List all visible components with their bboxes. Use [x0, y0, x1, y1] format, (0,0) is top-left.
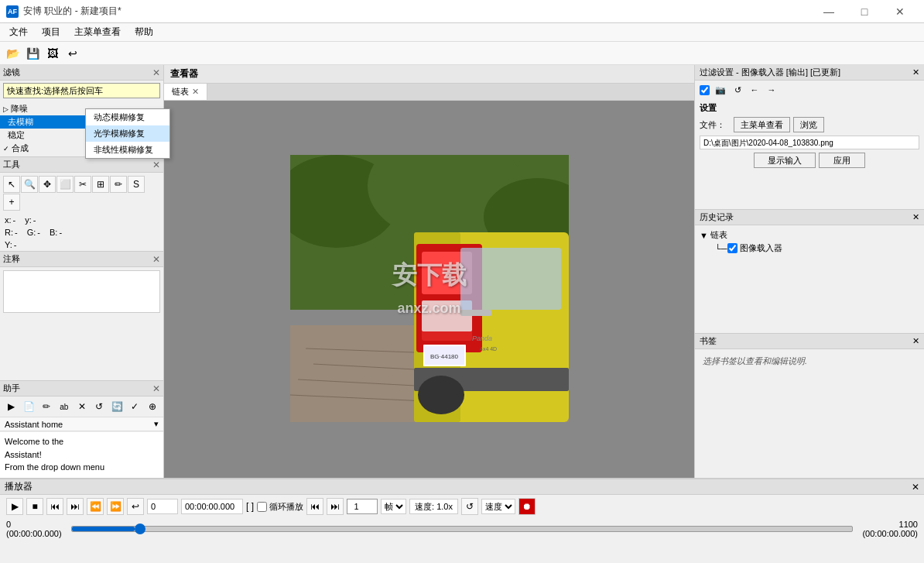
frame-number-input[interactable]: [147, 499, 178, 514]
browse-btn[interactable]: 浏览: [793, 117, 824, 132]
frame-fwd-btn[interactable]: ⏭: [327, 498, 344, 515]
tool-plus[interactable]: +: [3, 194, 20, 211]
notes-close[interactable]: ✕: [152, 254, 160, 265]
filter-settings-panel: 过滤设置 - 图像载入器 [输出] [已更新] ✕ 📷 ↺ ← → 设置 文件：…: [695, 65, 924, 210]
bookmarks-title: 书签: [700, 335, 717, 347]
window-controls: — □ ✕: [811, 0, 918, 23]
history-sub-loader[interactable]: └─ 图像载入器: [700, 242, 919, 255]
record-btn[interactable]: ⏺: [518, 498, 536, 515]
tool-text[interactable]: S: [128, 176, 145, 193]
frame-unit-select[interactable]: 帧: [381, 499, 406, 514]
bookmarks-close[interactable]: ✕: [912, 336, 919, 346]
tool-grid[interactable]: ⊞: [92, 176, 109, 193]
ast-refresh[interactable]: 🔄: [109, 398, 125, 415]
arrow-icon-2: [3, 118, 5, 126]
timeline-thumb[interactable]: [135, 524, 145, 534]
ast-undo[interactable]: ↺: [91, 398, 108, 415]
timecode-input[interactable]: [181, 499, 243, 514]
maximize-button[interactable]: □: [847, 0, 882, 23]
svg-rect-21: [460, 310, 491, 316]
camera-icon-btn[interactable]: 📷: [714, 84, 727, 96]
tool-select[interactable]: ⬜: [56, 176, 74, 193]
timeline-track[interactable]: [71, 526, 853, 532]
display-input-btn[interactable]: 显示输入: [754, 153, 816, 168]
notes-textarea[interactable]: [3, 270, 160, 313]
ast-play[interactable]: ▶: [3, 398, 19, 415]
playback-bar: 播放器 ✕ ▶ ■ ⏮ ⏭ ⏪ ⏩ ↩ [ ] 循环播放 ⏮ ⏭ 帧 速度: 1…: [0, 478, 924, 563]
checkbox-enable[interactable]: [700, 85, 710, 95]
history-loader-checkbox[interactable]: [727, 243, 737, 253]
apply-btn[interactable]: 应用: [819, 153, 865, 168]
enable-checkbox[interactable]: [700, 85, 710, 95]
toolbar-open[interactable]: 📂: [3, 44, 22, 63]
undo-icon-btn[interactable]: ↺: [731, 84, 744, 96]
assistant-section: 助手 ✕ ▶ 📄 ✏ ab ✕ ↺ 🔄 ✓ ⊕ Assistant home ▾…: [0, 381, 163, 478]
loop-back-button[interactable]: ↩: [127, 498, 144, 515]
arrow-icon: ▷: [3, 105, 9, 113]
next-end-button[interactable]: ⏭: [67, 498, 84, 515]
title-left: AF 安博 职业的 - 新建项目*: [6, 5, 121, 18]
submenu-nonlinear-blur[interactable]: 非线性模糊修复: [86, 142, 169, 158]
file-row: 文件： 主菜单查看 浏览: [700, 117, 919, 132]
ast-add[interactable]: ⊕: [144, 398, 160, 415]
assistant-close[interactable]: ✕: [152, 383, 160, 394]
play-button[interactable]: ▶: [6, 498, 23, 515]
viewer-tab-chain[interactable]: 链表 ✕: [164, 84, 207, 100]
tool-crop[interactable]: ✂: [74, 176, 91, 193]
ast-confirm[interactable]: ✓: [126, 398, 142, 415]
svg-text:Panda: Panda: [472, 335, 492, 342]
minimize-button[interactable]: —: [811, 0, 847, 23]
filter-search-container: [0, 81, 163, 101]
history-title: 历史记录: [700, 211, 734, 223]
ast-delete[interactable]: ✕: [74, 398, 90, 415]
app-title: 安博 职业的 - 新建项目*: [23, 5, 121, 18]
submenu-dynamic-blur[interactable]: 动态模糊修复: [86, 109, 169, 125]
playback-close[interactable]: ✕: [912, 482, 919, 493]
menu-file[interactable]: 文件: [3, 24, 34, 40]
tab-close-icon[interactable]: ✕: [192, 87, 199, 97]
filter-stabilize-label: 稳定: [8, 129, 25, 141]
speed-select[interactable]: 速度: [481, 499, 515, 514]
fwd-icon-btn[interactable]: →: [765, 84, 778, 96]
prev-frame-button[interactable]: ⏪: [87, 498, 104, 515]
tool-pencil[interactable]: ✏: [110, 176, 127, 193]
menu-view[interactable]: 主菜单查看: [68, 24, 127, 40]
playback-controls: ▶ ■ ⏮ ⏭ ⏪ ⏩ ↩ [ ] 循环播放 ⏮ ⏭ 帧 速度: 1.0x ↺ …: [0, 495, 924, 518]
menu-project[interactable]: 项目: [36, 24, 67, 40]
svg-text:BG·44180: BG·44180: [429, 353, 458, 360]
submenu-optical-blur[interactable]: 光学模糊修复: [86, 125, 169, 142]
back-icon-btn[interactable]: ←: [748, 84, 761, 96]
menu-help[interactable]: 帮助: [128, 24, 159, 40]
bracket-display: [ ]: [246, 501, 254, 512]
view-menu-btn[interactable]: 主菜单查看: [734, 117, 790, 132]
ast-doc[interactable]: 📄: [21, 398, 37, 415]
ast-ab[interactable]: ab: [56, 398, 72, 415]
filter-search-input[interactable]: [3, 83, 160, 98]
timeline-end-time: (00:00:00.000): [862, 529, 918, 538]
toolbar-save[interactable]: 💾: [23, 44, 42, 63]
ast-edit[interactable]: ✏: [39, 398, 55, 415]
tools-close[interactable]: ✕: [152, 160, 160, 170]
loop-checkbox[interactable]: [257, 502, 267, 512]
frame-count-input[interactable]: [347, 499, 378, 514]
toolbar-undo[interactable]: ↩: [63, 44, 82, 63]
filter-settings-close[interactable]: ✕: [912, 67, 919, 77]
tool-zoom[interactable]: 🔍: [21, 176, 38, 193]
tool-move[interactable]: ✥: [39, 176, 56, 193]
stop-button[interactable]: ■: [26, 498, 43, 515]
playback-timeline: 0 (00:00:00.000) 1100 (00:00:00.000): [0, 518, 924, 540]
bookmarks-panel: 书签 ✕ 选择书签以查看和编辑说明.: [695, 334, 924, 478]
assistant-dropdown[interactable]: Assistant home ▾: [0, 417, 163, 431]
frame-back-btn[interactable]: ⏮: [306, 498, 323, 515]
toolbar-image[interactable]: 🖼: [43, 44, 62, 63]
tool-arrow[interactable]: ↖: [3, 176, 20, 193]
expand-icon[interactable]: ▼: [700, 231, 708, 240]
history-item-chain[interactable]: ▼ 链表: [700, 228, 919, 242]
prev-start-button[interactable]: ⏮: [46, 498, 63, 515]
close-button[interactable]: ✕: [882, 0, 918, 23]
speed-reset-btn[interactable]: ↺: [461, 498, 478, 515]
filter-close[interactable]: ✕: [152, 67, 160, 78]
history-close[interactable]: ✕: [912, 212, 919, 222]
next-frame-button[interactable]: ⏩: [107, 498, 124, 515]
timeline-end-frame: 1100: [899, 520, 918, 529]
